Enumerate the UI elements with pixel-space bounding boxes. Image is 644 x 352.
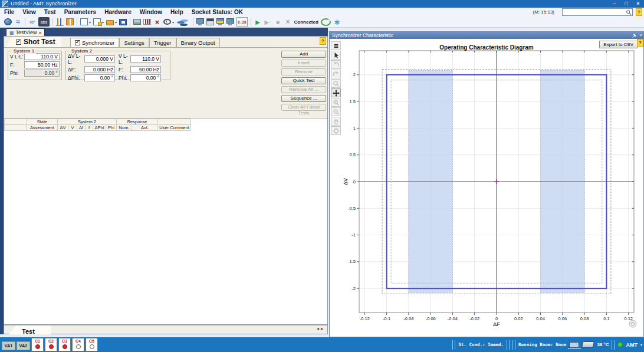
va-button-va2[interactable]: VA2 bbox=[17, 341, 30, 350]
menu-file[interactable]: File bbox=[0, 8, 18, 17]
menu-parameters[interactable]: Parameters bbox=[60, 8, 100, 17]
sys2-phi-input[interactable]: 0.00 ° bbox=[130, 74, 161, 81]
pointer-tool-button[interactable] bbox=[331, 51, 341, 60]
tab-test[interactable]: Test bbox=[9, 325, 51, 334]
col-phi[interactable]: Phi bbox=[106, 125, 117, 131]
menu-test[interactable]: Test bbox=[40, 8, 60, 17]
shot-test-tab[interactable]: Shot Test bbox=[5, 37, 61, 47]
refresh-icon[interactable] bbox=[321, 18, 331, 26]
calculator-icon[interactable] bbox=[206, 18, 214, 25]
shot-test-checkbox[interactable] bbox=[16, 40, 21, 45]
col-assessment[interactable]: Assessment bbox=[27, 125, 58, 131]
col-f[interactable]: Δf bbox=[77, 125, 86, 131]
nodes-icon[interactable] bbox=[177, 21, 185, 24]
export-csv-button[interactable]: Export to CSV bbox=[599, 41, 638, 48]
remove-all-button: Remove All ... bbox=[281, 86, 326, 93]
monitor-check-icon[interactable] bbox=[226, 18, 234, 24]
monitor-ruler-icon[interactable] bbox=[216, 18, 224, 24]
col-f[interactable]: f bbox=[86, 125, 93, 131]
tab-settings[interactable]: Settings bbox=[119, 38, 149, 47]
sys1-v-l-l-input[interactable]: 110.0 V bbox=[24, 53, 60, 60]
tab-trigger[interactable]: Trigger bbox=[149, 38, 176, 47]
operating-characteristic-chart[interactable]: -0.12-0.1-0.08-0.06-0.04-0.0200.020.040.… bbox=[343, 47, 641, 330]
quick-test-button[interactable]: Quick Test bbox=[281, 77, 326, 84]
fan-red-icon[interactable] bbox=[153, 18, 161, 26]
dropdown-caret-icon[interactable]: ▾ bbox=[172, 20, 174, 24]
chart-help-badge[interactable]: ? bbox=[637, 39, 643, 47]
monitor-icon[interactable] bbox=[196, 18, 204, 24]
tab-binary-output[interactable]: Binary Output bbox=[176, 38, 220, 47]
dropdown-caret-icon[interactable]: ▾ bbox=[102, 20, 104, 24]
col-act[interactable]: Act. bbox=[132, 125, 158, 131]
add-button[interactable]: Add bbox=[281, 51, 326, 58]
stop-icon[interactable] bbox=[274, 18, 282, 26]
image-icon[interactable] bbox=[133, 19, 141, 25]
move-icon bbox=[333, 90, 340, 97]
close-task-icon[interactable] bbox=[284, 18, 292, 26]
sys2-delta-phi-input[interactable]: 0.00 ° bbox=[84, 74, 115, 81]
action-buttons: AddInsertRemoveQuick TestRemove All ...S… bbox=[281, 51, 326, 111]
chevron-down-icon[interactable]: ▾ bbox=[640, 343, 642, 347]
col-phi[interactable]: ΔPhi bbox=[93, 125, 106, 131]
connected-icon[interactable]: Connected bbox=[294, 18, 318, 26]
play-icon[interactable] bbox=[254, 18, 262, 26]
sys2-delta-f-input[interactable]: 0.000 Hz bbox=[84, 66, 115, 73]
bar-chart-icon[interactable] bbox=[143, 19, 151, 25]
contactor-c1[interactable]: C1 bbox=[31, 338, 44, 351]
sys1-f-input[interactable]: 50.00 Hz bbox=[24, 61, 60, 68]
col-nom[interactable]: Nom. bbox=[117, 125, 132, 131]
chart-settings-icon[interactable] bbox=[629, 320, 636, 327]
minimize-button[interactable] bbox=[609, 0, 620, 8]
sys2-f-input[interactable]: 50.00 Hz bbox=[130, 66, 161, 73]
col-user-comment[interactable]: User Comment bbox=[158, 125, 191, 131]
sequence-button[interactable]: Sequence ... bbox=[281, 95, 326, 102]
menu-hardware[interactable]: Hardware bbox=[100, 8, 136, 17]
dropdown-caret-icon[interactable]: ▾ bbox=[89, 20, 91, 24]
save-icon[interactable] bbox=[119, 19, 127, 25]
menu-tool-button[interactable] bbox=[331, 41, 341, 50]
tab-checkbox[interactable] bbox=[75, 40, 80, 45]
move-tool-button[interactable] bbox=[331, 88, 341, 97]
digital-clock-icon[interactable]: 8:28 bbox=[236, 17, 247, 27]
menu-window[interactable]: Window bbox=[136, 8, 166, 17]
search-input[interactable] bbox=[562, 8, 633, 16]
clock-icon[interactable] bbox=[163, 19, 171, 25]
contactor-c3[interactable]: C3 bbox=[58, 338, 71, 351]
sys2-delta-v-l-l-input[interactable]: 0.000 V bbox=[84, 55, 115, 62]
panel-close-icon[interactable]: × bbox=[639, 32, 642, 39]
contactor-label: C4 bbox=[75, 338, 81, 344]
connection-label[interactable]: AMT bbox=[626, 342, 638, 348]
contactor-c2[interactable]: C2 bbox=[45, 338, 57, 351]
scope-icon[interactable] bbox=[4, 18, 12, 25]
dropdown-caret-icon[interactable]: ▾ bbox=[115, 20, 117, 24]
panel-help-badge[interactable]: ? bbox=[320, 37, 326, 45]
close-button[interactable] bbox=[632, 0, 644, 8]
duplicate-file-icon[interactable] bbox=[93, 18, 101, 25]
field-row: V L-L:110.0 V bbox=[10, 53, 60, 60]
tab-synchronizer[interactable]: Synchronizer bbox=[70, 38, 119, 47]
sys2-v-l-l-input[interactable]: 110.0 V bbox=[130, 55, 161, 62]
new-file-icon[interactable] bbox=[80, 18, 88, 25]
pin-icon[interactable] bbox=[632, 33, 637, 38]
help-badge[interactable]: ? bbox=[636, 8, 642, 16]
abs-icon[interactable]: abs bbox=[38, 17, 50, 27]
columns-icon[interactable] bbox=[66, 18, 74, 25]
open-folder-icon[interactable] bbox=[106, 20, 114, 25]
fan-blue-icon[interactable] bbox=[333, 18, 341, 26]
col-v[interactable]: ΔV bbox=[58, 125, 68, 131]
panel-title-bar: Synchronizer Characteristic × bbox=[330, 32, 643, 39]
play-record-icon[interactable] bbox=[264, 18, 272, 26]
menu-help[interactable]: Help bbox=[166, 8, 188, 17]
tab-testview[interactable]: ▦ TestView × bbox=[6, 28, 45, 36]
waveform-icon[interactable] bbox=[14, 18, 22, 26]
sliders-icon[interactable] bbox=[56, 18, 64, 26]
tab-close-icon[interactable]: × bbox=[38, 30, 41, 35]
menu-view[interactable]: View bbox=[18, 8, 40, 17]
contactor-c5[interactable]: C5 bbox=[86, 338, 98, 351]
rel-icon[interactable]: rel bbox=[28, 18, 36, 26]
contactor-c4[interactable]: C4 bbox=[72, 338, 84, 351]
tab-scroll-arrows[interactable]: ◂▸ bbox=[317, 326, 325, 331]
col-v[interactable]: V bbox=[68, 125, 77, 131]
va-button-va1[interactable]: VA1 bbox=[2, 341, 15, 350]
maximize-button[interactable] bbox=[620, 0, 632, 8]
